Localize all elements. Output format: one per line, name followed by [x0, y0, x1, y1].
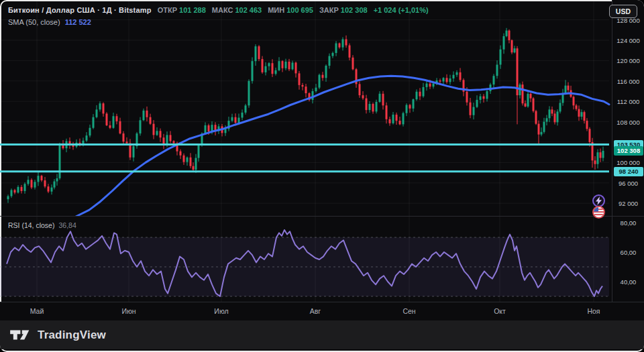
price-axis-label: 116 000	[612, 77, 644, 84]
price-badge: 102 308	[614, 146, 643, 156]
footer-bar: TradingView	[0, 320, 644, 349]
rsi-axis-label: 40,00	[612, 278, 644, 286]
price-axis-label: 108 000	[612, 118, 644, 125]
month-label[interactable]: Сен	[402, 307, 415, 315]
tradingview-brand-text: TradingView	[38, 329, 106, 342]
chart-legend: Биткоин / Доллар США · 1Д · Bitstamp ОТК…	[8, 5, 429, 27]
price-badge: 98 240	[614, 167, 643, 176]
close-value: ЗАКР102 308	[319, 5, 368, 15]
month-label[interactable]: Ноя	[587, 307, 600, 315]
rsi-indicator-value: 36,84	[58, 221, 76, 229]
rsi-axis-label: 80,00	[612, 219, 644, 227]
us-flag-icon[interactable]	[592, 206, 605, 219]
rsi-axis-label: 60,00	[612, 249, 644, 256]
rsi-indicator-label: RSI (14, close)	[8, 221, 54, 229]
rsi-chart[interactable]	[0, 216, 612, 302]
price-axis-label: 120 000	[612, 57, 644, 64]
month-label[interactable]: Окт	[494, 307, 506, 315]
open-value: ОТКР101 288	[158, 5, 206, 15]
rsi-legend[interactable]: RSI (14, close) 36,84	[8, 221, 76, 229]
sma-indicator-label[interactable]: SMA (50, close)	[8, 17, 60, 27]
price-axis-label: 96 000	[612, 179, 644, 186]
high-value: МАКС102 463	[212, 5, 262, 15]
candlestick-chart[interactable]	[0, 0, 612, 216]
sma-indicator-value: 112 522	[65, 17, 91, 27]
pane-divider[interactable]	[0, 216, 644, 217]
price-axis-label: 124 000	[612, 37, 644, 44]
month-label[interactable]: Июн	[121, 307, 136, 315]
month-label[interactable]: Май	[30, 307, 44, 315]
low-value: МИН100 695	[268, 5, 313, 15]
price-axis-label: 112 000	[612, 98, 644, 105]
time-axis[interactable]: МайИюнИюлАвгСенОктНоя	[0, 302, 644, 320]
tradingview-logo-icon	[9, 328, 32, 342]
currency-toggle-button[interactable]: USD	[609, 5, 637, 18]
month-label[interactable]: Июл	[214, 307, 228, 315]
price-axis-label: 100 000	[612, 159, 644, 166]
tradingview-chart-window: Биткоин / Доллар США · 1Д · Bitstamp ОТК…	[0, 0, 644, 352]
month-label[interactable]: Авг	[310, 307, 321, 315]
price-change: +1 024 (+1,01%)	[374, 5, 429, 15]
tradingview-brand[interactable]: TradingView	[9, 328, 106, 342]
symbol-title[interactable]: Биткоин / Доллар США · 1Д · Bitstamp	[8, 5, 152, 15]
price-axis[interactable]: 128 000124 000120 000116 000112 000108 0…	[612, 0, 644, 320]
price-axis-label: 92 000	[612, 200, 644, 207]
